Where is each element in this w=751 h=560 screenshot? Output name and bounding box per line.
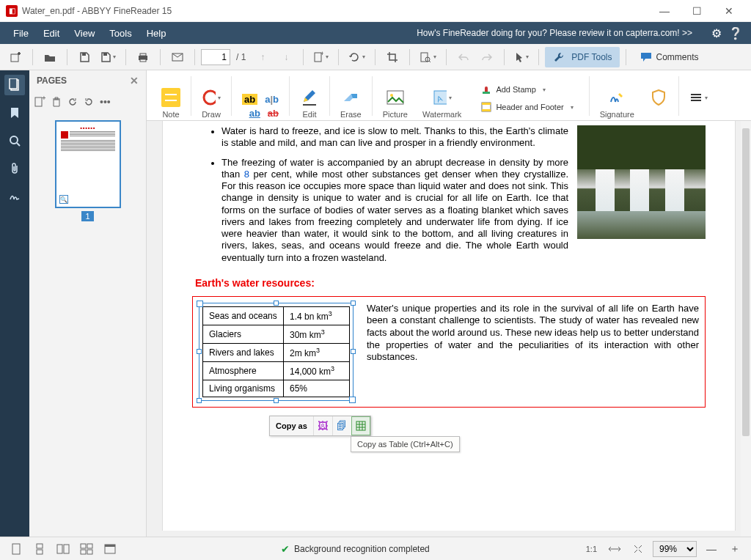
edit-ribbon: Note Draw ab a|b ab ab [147, 70, 751, 121]
zoom-select[interactable]: 99% [653, 541, 697, 557]
add-stamp-label: Add Stamp [496, 85, 535, 94]
paragraph-text: Water's unique properties and its role i… [367, 303, 699, 401]
open-button[interactable] [39, 47, 61, 67]
settings-icon[interactable]: ⚙ [707, 23, 726, 43]
search-tab-icon[interactable] [4, 130, 25, 151]
fit-width-icon[interactable] [606, 540, 623, 558]
speech-bubble-icon [640, 52, 652, 62]
selection-area[interactable]: Seas and oceans1.4 bn km3 Glaciers30m km… [192, 296, 706, 408]
print-button[interactable] [132, 47, 154, 67]
table-row: Atmosphere14,000 km3 [203, 361, 350, 380]
two-page-continuous-icon[interactable] [78, 540, 95, 558]
left-sidebar [0, 70, 29, 537]
picture-icon[interactable] [386, 88, 405, 107]
svg-rect-28 [482, 103, 491, 105]
comments-button[interactable]: Comments [632, 47, 706, 67]
add-page-dropdown[interactable]: + [309, 47, 332, 67]
menu-view[interactable]: View [67, 28, 102, 39]
menu-tools[interactable]: Tools [102, 28, 139, 39]
text-insert-icon[interactable]: a|b [265, 94, 279, 105]
svg-point-23 [390, 94, 393, 97]
two-page-view-icon[interactable] [54, 540, 72, 558]
svg-rect-48 [105, 545, 115, 547]
save-button[interactable] [73, 47, 95, 67]
help-icon[interactable]: ❔ [726, 23, 745, 43]
vertical-scrollbar[interactable] [741, 121, 751, 537]
save-as-dropdown[interactable] [97, 47, 120, 67]
rotate-right-icon[interactable] [84, 97, 94, 107]
erase-icon[interactable] [341, 88, 360, 107]
table-row: Glaciers30m km3 [203, 325, 350, 343]
actual-size-button[interactable]: 1:1 [583, 540, 600, 558]
pdf-tools-label: PDF Tools [571, 52, 612, 62]
svg-rect-43 [81, 544, 86, 548]
menu-file[interactable]: File [6, 28, 36, 39]
continuous-view-icon[interactable] [31, 540, 48, 558]
email-button[interactable] [166, 47, 188, 67]
menu-edit[interactable]: Edit [36, 28, 67, 39]
add-page-icon[interactable]: + [34, 96, 45, 108]
bookmarks-tab-icon[interactable] [4, 103, 25, 123]
draw-icon[interactable] [202, 88, 221, 107]
image-icon: 🖼 [318, 420, 328, 432]
svg-rect-33 [356, 421, 365, 430]
page-down-button[interactable]: ↓ [275, 47, 297, 67]
close-button[interactable]: ✕ [713, 0, 745, 22]
pages-tab-icon[interactable] [4, 75, 25, 95]
signatures-tab-icon[interactable] [4, 186, 25, 207]
copy-as-toolbar: Copy as 🖼 🗐 [269, 416, 371, 436]
maximize-button[interactable]: ☐ [681, 0, 713, 22]
svg-rect-18 [35, 97, 42, 106]
page-thumbnail[interactable]: ■ ■ ■ ■ ■ ■ 🔍 [55, 120, 121, 208]
svg-line-17 [17, 143, 20, 146]
menu-help[interactable]: Help [139, 28, 174, 39]
strikethrough-icon[interactable]: ab [268, 108, 279, 119]
zoom-in-button[interactable]: ＋ [726, 540, 744, 558]
svg-rect-26 [483, 92, 490, 94]
new-task-button[interactable] [4, 47, 26, 67]
note-icon[interactable] [161, 88, 180, 107]
edit-icon[interactable] [300, 88, 319, 107]
table-selection[interactable]: Seas and oceans1.4 bn km3 Glaciers30m km… [199, 303, 353, 401]
crop-button[interactable] [381, 47, 403, 67]
copy-as-image-button[interactable]: 🖼 [313, 416, 332, 435]
minimize-button[interactable]: ― [648, 0, 681, 22]
rotate-left-icon[interactable] [67, 97, 78, 107]
pointer-dropdown[interactable] [510, 47, 532, 67]
pdf-page: Water is hard to freeze, and ice is slow… [163, 121, 735, 531]
page-number-input[interactable] [201, 49, 230, 65]
zoom-out-button[interactable]: ― [703, 540, 720, 558]
copy-as-table-button[interactable] [351, 416, 370, 435]
highlight-icon[interactable]: ab [242, 94, 257, 105]
delete-page-icon[interactable] [51, 97, 62, 107]
copy-as-text-button[interactable]: 🗐 [332, 416, 351, 435]
add-stamp-button[interactable]: Add Stamp [476, 82, 578, 97]
protect-icon[interactable] [649, 88, 668, 107]
underline-icon[interactable]: ab [249, 108, 260, 119]
more-icon[interactable]: ••• [100, 96, 111, 108]
single-page-view-icon[interactable] [7, 540, 25, 558]
status-message: ✔ Background recognition completed [281, 543, 430, 555]
thumbnail-number: 1 [81, 211, 93, 221]
water-resources-table: Seas and oceans1.4 bn km3 Glaciers30m km… [202, 306, 350, 397]
rotate-dropdown[interactable] [345, 47, 369, 67]
more-tools-icon[interactable] [689, 88, 708, 107]
fullscreen-icon[interactable] [101, 540, 119, 558]
pages-panel-close[interactable]: ✕ [130, 75, 139, 86]
attachments-tab-icon[interactable] [4, 158, 25, 179]
signature-icon[interactable] [607, 88, 626, 107]
fit-page-icon[interactable] [629, 540, 647, 558]
header-footer-button[interactable]: Header and Footer [476, 100, 578, 114]
pdf-tools-button[interactable]: PDF Tools [545, 47, 620, 67]
undo-button[interactable] [453, 47, 475, 67]
promo-link[interactable]: How's FineReader doing for you? Please r… [417, 28, 692, 38]
document-view[interactable]: Water is hard to freeze, and ice is slow… [147, 121, 751, 537]
svg-text:+: + [42, 96, 45, 102]
redo-button[interactable] [476, 47, 498, 67]
find-dropdown[interactable] [416, 47, 440, 67]
page-up-button[interactable]: ↑ [252, 47, 274, 67]
wrench-icon [553, 51, 565, 63]
pages-panel: PAGES ✕ + ••• ■ ■ ■ ■ ■ ■ 🔍 1 [29, 70, 147, 537]
watermark-icon[interactable]: A [433, 88, 452, 107]
check-icon: ✔ [281, 543, 290, 555]
